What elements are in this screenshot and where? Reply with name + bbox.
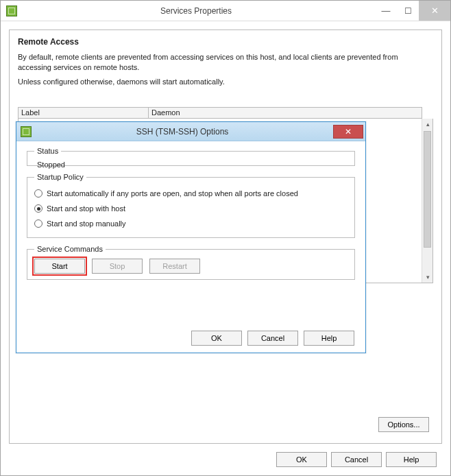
policy-option-host[interactable]: Start and stop with host bbox=[34, 202, 348, 215]
parent-help-button[interactable]: Help bbox=[386, 452, 437, 467]
parent-window-title: Services Properties bbox=[17, 6, 375, 16]
parent-cancel-button[interactable]: Cancel bbox=[331, 452, 382, 467]
radio-icon bbox=[34, 219, 42, 228]
modal-ok-button[interactable]: OK bbox=[191, 331, 242, 346]
services-table-header: Label Daemon bbox=[18, 107, 422, 119]
policy-option-label: Start automatically if any ports are ope… bbox=[47, 189, 298, 198]
remote-access-description-1: By default, remote clients are prevented… bbox=[18, 52, 433, 73]
service-commands-legend: Service Commands bbox=[34, 245, 106, 253]
parent-footer-buttons: OK Cancel Help bbox=[276, 452, 437, 467]
scroll-down-icon[interactable]: ▾ bbox=[422, 272, 433, 283]
modal-cancel-button[interactable]: Cancel bbox=[247, 331, 298, 346]
policy-option-auto[interactable]: Start automatically if any ports are ope… bbox=[34, 187, 348, 200]
startup-policy-group: Startup Policy Start automatically if an… bbox=[27, 173, 355, 238]
col-daemon[interactable]: Daemon bbox=[149, 108, 422, 118]
modal-close-button[interactable]: ✕ bbox=[333, 125, 363, 139]
parent-title-bar: Services Properties — ☐ ✕ bbox=[1, 1, 450, 21]
radio-icon bbox=[34, 204, 42, 213]
policy-option-label: Start and stop manually bbox=[47, 219, 126, 228]
startup-policy-legend: Startup Policy bbox=[34, 173, 86, 181]
stop-button: Stop bbox=[92, 259, 143, 274]
scroll-up-icon[interactable]: ▴ bbox=[422, 119, 433, 130]
status-legend: Status bbox=[34, 147, 61, 155]
col-label[interactable]: Label bbox=[19, 108, 149, 118]
parent-ok-button[interactable]: OK bbox=[276, 452, 327, 467]
modal-title: SSH (TSM-SSH) Options bbox=[32, 127, 333, 136]
scroll-thumb[interactable] bbox=[424, 131, 431, 248]
modal-title-bar: SSH (TSM-SSH) Options ✕ bbox=[16, 122, 365, 141]
window-controls: — ☐ ✕ bbox=[375, 1, 450, 21]
remote-access-description-2: Unless configured otherwise, daemons wil… bbox=[18, 77, 433, 87]
start-button[interactable]: Start bbox=[34, 259, 85, 274]
status-group: Status Stopped bbox=[27, 147, 355, 166]
modal-body: Status Stopped Startup Policy Start auto… bbox=[27, 147, 355, 324]
policy-option-label: Start and stop with host bbox=[47, 204, 125, 213]
services-properties-window: Services Properties — ☐ ✕ Remote Access … bbox=[0, 0, 451, 476]
app-icon bbox=[21, 126, 32, 137]
status-value: Stopped bbox=[34, 159, 348, 170]
remote-access-heading: Remote Access bbox=[18, 37, 433, 47]
command-row: Start Stop Restart bbox=[34, 257, 348, 274]
modal-footer-buttons: OK Cancel Help bbox=[191, 331, 354, 346]
modal-help-button[interactable]: Help bbox=[304, 331, 354, 346]
service-commands-group: Service Commands Start Stop Restart bbox=[27, 245, 355, 280]
options-button[interactable]: Options... bbox=[378, 417, 429, 432]
close-button[interactable]: ✕ bbox=[419, 1, 450, 21]
restart-button: Restart bbox=[149, 259, 200, 274]
table-scrollbar[interactable]: ▴ ▾ bbox=[422, 119, 432, 283]
minimize-button[interactable]: — bbox=[375, 1, 397, 21]
radio-icon bbox=[34, 189, 42, 198]
policy-option-manual[interactable]: Start and stop manually bbox=[34, 217, 348, 230]
app-icon bbox=[6, 5, 17, 16]
maximize-button[interactable]: ☐ bbox=[397, 1, 419, 21]
ssh-options-dialog: SSH (TSM-SSH) Options ✕ Status Stopped S… bbox=[16, 121, 366, 353]
